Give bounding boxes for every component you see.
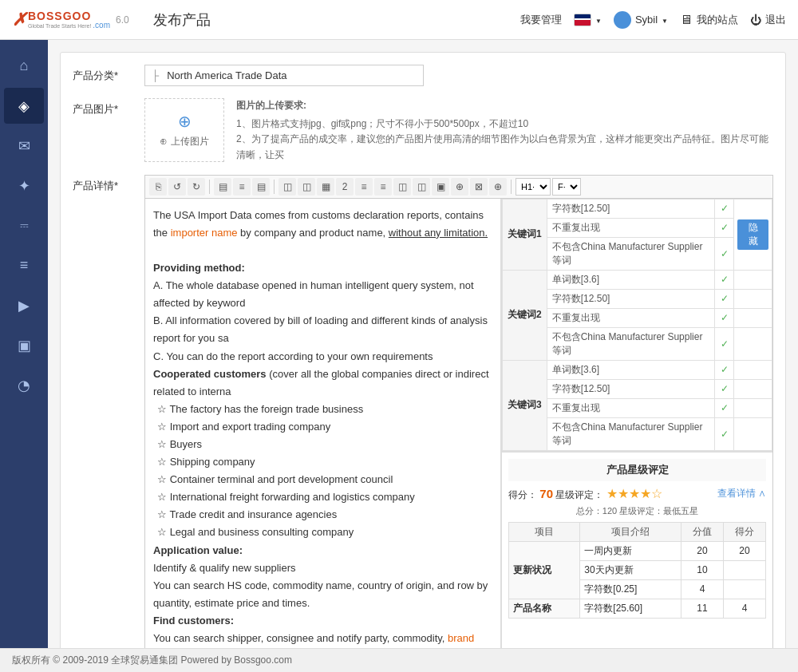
user-name: Sybil [635,14,658,26]
col-score: 分值 [681,522,724,541]
user-menu[interactable]: Sybil [614,11,668,29]
list-item: Buyers [157,436,492,453]
toolbar-align-center-btn[interactable]: ≡ [233,178,251,196]
sidebar-item-product[interactable]: ◈ [4,88,44,124]
rating-table-header: 项目 项目介绍 分值 得分 [509,522,766,541]
update-row3-got [724,579,766,599]
language-selector[interactable] [574,14,602,26]
toolbar-ol-btn[interactable]: ≡ [374,178,392,196]
toolbar-insert-btn[interactable]: ◫ [413,178,430,196]
manage-btn-label: 我要管理 [520,13,562,27]
update-row2-score: 10 [681,560,724,579]
footer: 版权所有 © 2009-2019 全球贸易通集团 Powered by Boss… [0,648,798,672]
main-content: 产品分类* ├ North America Trade Data 产品图片* ⊕… [48,40,798,648]
logo-version: 6.0 [116,14,129,26]
category-input[interactable]: ├ North America Trade Data [144,65,424,86]
keywords-table: 关键词1 字符数[12.50] ✓ 隐藏 不 [502,199,772,451]
kw1-row3-val: 不包含China Manufacturer Supplier等词 [547,237,715,270]
video-icon: ▶ [18,297,30,314]
rating-detail-link[interactable]: 查看详情 ∧ [717,487,766,500]
sidebar: ⌂ ◈ ✉ ✦ ⎓ ≡ ▶ ▣ ◔ [0,40,48,648]
my-site-btn[interactable]: 🖥 我的站点 [680,13,738,27]
sidebar-item-video[interactable]: ▶ [4,287,44,323]
editor-item-b: B. All information covered by bill of lo… [153,312,492,347]
sidebar-item-list[interactable]: ≡ [4,247,44,283]
sidebar-item-home[interactable]: ⌂ [4,48,44,84]
form-section: 产品分类* ├ North America Trade Data 产品图片* ⊕… [60,52,786,648]
kw2-row2-val: 字符数[12.50] [547,289,715,308]
kw1-row3-check: ✓ [715,237,734,270]
avatar [614,11,631,29]
product-detail-content: ⎘ ↺ ↻ ▤ ≡ ▤ ◫ ◫ ▦ 2 ≡ ≡ ◫ [144,175,773,648]
logo: ✗ BOSSGOO Global Trade Starts Here! .com… [12,10,129,30]
layout: ⌂ ◈ ✉ ✦ ⎓ ≡ ▶ ▣ ◔ 产品分类* [0,40,798,648]
toolbar-special-btn[interactable]: ⊠ [470,178,488,196]
editor-para-1: The USA Import Data comes from customs d… [153,207,492,242]
editor-area[interactable]: The USA Import Data comes from customs d… [145,199,501,648]
editor-app-val: Identify & qualify new suppliers [153,559,492,577]
editor-content: The USA Import Data comes from customs d… [153,207,492,648]
toolbar-image-btn[interactable]: ▣ [432,178,449,196]
toolbar-arrow-btn[interactable]: ⊕ [489,178,507,196]
flag-icon [574,14,591,26]
kw2-row3-check: ✓ [715,308,734,327]
toolbar-media-btn[interactable]: ◫ [393,178,411,196]
upload-plus-icon: ⊕ [178,112,192,131]
rating-total: 总分：120 星级评定：最低五星 [508,505,766,517]
kw1-label: 关键词1 [503,199,547,270]
col-got: 得分 [724,522,766,541]
hide-btn-cell: 隐藏 [734,199,772,270]
kw1-row2-check: ✓ [715,218,734,237]
kw1-header-row: 关键词1 字符数[12.50] ✓ 隐藏 [503,199,772,218]
update-row1-name: 一周内更新 [580,541,681,560]
toolbar-link-btn[interactable]: ⊕ [451,178,468,196]
list-item: Trade credit and insurance agencies [157,506,492,524]
toolbar-indent-btn[interactable]: ◫ [279,178,296,196]
manage-btn[interactable]: 我要管理 [520,13,562,27]
upload-button[interactable]: ⊕ ⊕ 上传图片 [144,98,224,162]
sidebar-item-learning[interactable]: ⎓ [4,208,44,243]
toolbar-font-select[interactable]: F· [552,178,581,196]
product-image-content: ⊕ ⊕ 上传图片 图片的上传要求: 1、图片格式支持jpg、gif或png；尺寸… [144,98,773,163]
toolbar-sep-2 [274,180,275,194]
hide-button[interactable]: 隐藏 [737,219,768,250]
rating-stars: ★★★★☆ [606,487,662,500]
toolbar-2-btn[interactable]: 2 [336,178,354,196]
editor-heading-1: Providing method: [153,259,492,277]
kw2-label: 关键词2 [503,270,547,360]
toolbar-list-btn[interactable]: ≡ [355,178,373,196]
rating-title: 产品星级评定 [508,459,766,481]
editor-find-cust: You can search shipper, consignee and no… [153,630,492,648]
upload-req-title: 图片的上传要求: [236,98,773,113]
logo-bossgoo: BOSSGOO Global Trade Starts Here! .com [28,10,110,30]
category-arrow-icon: ├ [152,69,159,81]
col-item: 项目 [509,522,580,541]
logout-btn[interactable]: ⏻ 退出 [750,13,786,27]
sidebar-item-clock[interactable]: ◔ [4,367,44,403]
toolbar-align-left-btn[interactable]: ▤ [214,178,231,196]
kw3-row2-check: ✓ [715,379,734,398]
sidebar-item-network[interactable]: ✦ [4,168,44,204]
update-row3-name: 字符数[0.25] [580,579,681,599]
editor-item-a: A. The whole database opened in human in… [153,277,492,312]
toolbar-redo-btn[interactable]: ↻ [188,178,205,196]
list-item: Shipping company [157,453,492,471]
toolbar-outdent-btn[interactable]: ◫ [298,178,315,196]
toolbar-undo-btn[interactable]: ↺ [168,178,186,196]
sidebar-item-mail[interactable]: ✉ [4,128,44,164]
kw2-row2-check: ✓ [715,289,734,308]
sidebar-item-gallery[interactable]: ▣ [4,327,44,363]
toolbar-table-btn[interactable]: ▦ [317,178,334,196]
update-row1-got: 20 [724,541,766,560]
editor-heading-3: Application value: [153,542,492,559]
logo-tagline: Global Trade Starts Here! .com [28,22,110,30]
upload-area: ⊕ ⊕ 上传图片 图片的上传要求: 1、图片格式支持jpg、gif或png；尺寸… [144,98,773,163]
toolbar-copy-btn[interactable]: ⎘ [149,178,167,196]
my-site-label: 我的站点 [697,13,738,27]
kw3-row4-check: ✓ [715,417,734,450]
toolbar-heading-select[interactable]: H1·H2H3 [516,178,551,196]
kw3-row3-check: ✓ [715,398,734,417]
user-chevron-icon [662,14,668,26]
kw3-row4-val: 不包含China Manufacturer Supplier等词 [547,417,715,450]
toolbar-align-right-btn[interactable]: ▤ [252,178,270,196]
